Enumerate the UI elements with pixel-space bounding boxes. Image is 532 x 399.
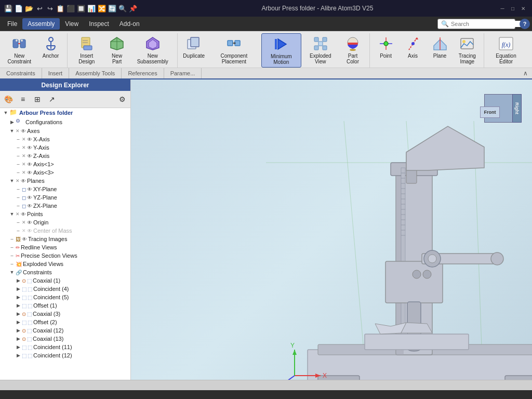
new-subassembly-button[interactable]: New Subassembly bbox=[131, 33, 174, 66]
part-color-button[interactable]: Part Color bbox=[339, 33, 366, 68]
minimum-motion-button[interactable]: Minimum Motion bbox=[261, 33, 302, 68]
tree-item-points[interactable]: ▼ ✕ 👁 Points bbox=[0, 210, 130, 218]
cube-right-face[interactable]: Right bbox=[512, 94, 522, 123]
tree-item-axes[interactable]: ▼ ✕ 👁 Axes bbox=[0, 127, 130, 135]
tree-container[interactable]: ▼ 📁 Arbour Press folder ▶ ⚙ Configuratio… bbox=[0, 108, 130, 380]
win-close-btn[interactable]: ✕ bbox=[518, 4, 528, 13]
sidebar-list-btn[interactable]: ≡ bbox=[16, 92, 30, 106]
qa-icon7[interactable]: 🔲 bbox=[77, 4, 85, 12]
tree-toggle-root[interactable]: ▼ bbox=[2, 109, 9, 116]
duplicate-button[interactable]: Duplicate bbox=[181, 33, 207, 68]
new-part-button[interactable]: New Part bbox=[104, 33, 130, 66]
tree-item-xyplane[interactable]: – ◻ 👁 XY-Plane bbox=[0, 185, 130, 193]
menu-assembly[interactable]: Assembly bbox=[22, 18, 60, 30]
tree-item-planes[interactable]: ▼ ✕ 👁 Planes bbox=[0, 177, 130, 185]
point-button[interactable]: Point bbox=[373, 33, 399, 66]
qa-icon5[interactable]: 📋 bbox=[56, 4, 64, 12]
tree-toggle-coincident5[interactable]: ▶ bbox=[15, 294, 22, 301]
tree-item-coincident4[interactable]: ▶ ⬚ ⬚ Coincident (4) bbox=[0, 285, 130, 293]
tree-item-center-of-mass[interactable]: – ✕ 👁 Center of Mass bbox=[0, 227, 130, 235]
tree-toggle-configurations[interactable]: ▶ bbox=[8, 118, 16, 126]
tree-item-tracing-images[interactable]: – 🖼 👁 Tracing Images bbox=[0, 235, 130, 243]
tree-item-configurations[interactable]: ▶ ⚙ Configurations bbox=[0, 117, 130, 127]
tree-toggle-points[interactable]: ▼ bbox=[8, 210, 16, 218]
insert-design-button[interactable]: Insert Design bbox=[71, 33, 103, 66]
tree-item-yaxis[interactable]: – ✕ 👁 Y-Axis bbox=[0, 143, 130, 152]
qa-new-icon[interactable]: 📄 bbox=[15, 4, 23, 12]
qa-undo-icon[interactable]: ↩ bbox=[35, 4, 44, 12]
tree-toggle-coaxial13[interactable]: ▶ bbox=[15, 335, 22, 342]
tree-item-axis1[interactable]: – ✕ 👁 Axis<1> bbox=[0, 160, 130, 168]
sidebar-grid-btn[interactable]: ⊞ bbox=[31, 92, 44, 106]
help-button[interactable]: ? bbox=[520, 19, 530, 29]
tree-toggle-coaxial12[interactable]: ▶ bbox=[15, 327, 22, 334]
tree-item-coincident12[interactable]: ▶ ⬚ ⬚ Coincident (12) bbox=[0, 351, 130, 360]
ribbon-collapse-button[interactable]: ∧ bbox=[519, 68, 532, 78]
tree-item-coaxial12[interactable]: ▶ ⊙ ⬚ Coaxial (12) bbox=[0, 326, 130, 335]
tree-toggle-coaxial3[interactable]: ▶ bbox=[15, 310, 22, 317]
tree-item-coaxial13[interactable]: ▶ ⊙ ⬚ Coaxial (13) bbox=[0, 335, 130, 343]
tree-item-yzplane[interactable]: – ◻ 👁 YZ-Plane bbox=[0, 193, 130, 202]
tree-item-coincident11[interactable]: ▶ ⬚ ⬚ Coincident (11) bbox=[0, 343, 130, 351]
tree-item-origin[interactable]: – ✕ 👁 Origin bbox=[0, 218, 130, 227]
component-placement-button[interactable]: Component Placement bbox=[208, 33, 260, 68]
tree-toggle-offset2[interactable]: ▶ bbox=[15, 318, 22, 326]
tree-item-xaxis[interactable]: – ✕ 👁 X-Axis bbox=[0, 135, 130, 143]
tree-item-axis3[interactable]: – ✕ 👁 Axis<3> bbox=[0, 168, 130, 177]
axis-button[interactable]: Axis bbox=[400, 33, 426, 66]
tree-toggle-constraints[interactable]: ▼ bbox=[8, 269, 16, 276]
tree-item-offset1[interactable]: ▶ ⬚ ⬚ Offset (1) bbox=[0, 301, 130, 310]
qa-icon11[interactable]: 🔍 bbox=[118, 4, 127, 12]
tree-toggle-coincident11[interactable]: ▶ bbox=[15, 343, 22, 351]
qa-icon12[interactable]: 📌 bbox=[129, 4, 137, 12]
tree-item-precise-section[interactable]: – ✂ Precise Section Views bbox=[0, 251, 130, 260]
orientation-cube[interactable]: Front Right bbox=[480, 90, 522, 131]
anchor-button[interactable]: Anchor bbox=[38, 33, 64, 66]
tree-label-yaxis: Y-Axis bbox=[33, 144, 49, 151]
equation-editor-button[interactable]: f(x) Equation Editor bbox=[487, 33, 525, 66]
win-minimize-btn[interactable]: ─ bbox=[498, 4, 507, 13]
search-box[interactable]: 🔍 bbox=[437, 19, 515, 29]
new-subassembly-icon bbox=[144, 35, 161, 52]
menu-inspect[interactable]: Inspect bbox=[84, 18, 114, 30]
svg-marker-83 bbox=[401, 323, 432, 333]
search-input[interactable] bbox=[451, 21, 523, 27]
qa-icon6[interactable]: ⬛ bbox=[66, 4, 75, 12]
tree-item-exploded-views[interactable]: – 💥 Exploded Views bbox=[0, 260, 130, 268]
viewport[interactable]: X Y Z Front Right bbox=[131, 79, 532, 380]
tree-toggle-offset1[interactable]: ▶ bbox=[15, 302, 22, 309]
tree-toggle-coincident12[interactable]: ▶ bbox=[15, 352, 22, 359]
tracing-image-button[interactable]: Tracing Image bbox=[454, 33, 481, 66]
sidebar-expand-btn[interactable]: ↗ bbox=[45, 92, 59, 106]
qa-save-icon[interactable]: 💾 bbox=[4, 4, 12, 12]
menu-addon[interactable]: Add-on bbox=[114, 18, 145, 30]
sidebar-settings-btn[interactable]: ⚙ bbox=[115, 92, 129, 106]
new-constraint-button[interactable]: New Constraint bbox=[2, 33, 37, 66]
tree-item-redline-views[interactable]: – ✏ Redline Views bbox=[0, 243, 130, 251]
window-controls[interactable]: ─ □ ✕ bbox=[498, 4, 528, 13]
win-maximize-btn[interactable]: □ bbox=[508, 4, 517, 13]
menu-view[interactable]: View bbox=[60, 18, 84, 30]
tree-item-constraints[interactable]: ▼ 🔗 Constraints bbox=[0, 268, 130, 276]
tree-toggle-axes[interactable]: ▼ bbox=[8, 127, 16, 135]
qa-icon9[interactable]: 🔀 bbox=[98, 4, 106, 12]
tree-item-coaxial1[interactable]: ▶ ⊙ ⬚ Coaxial (1) bbox=[0, 276, 130, 285]
tree-item-root[interactable]: ▼ 📁 Arbour Press folder bbox=[0, 108, 130, 117]
sidebar-color-btn[interactable]: 🎨 bbox=[2, 92, 15, 106]
exploded-view-button[interactable]: Exploded View bbox=[302, 33, 338, 68]
tree-item-offset2[interactable]: ▶ ⬚ ⬚ Offset (2) bbox=[0, 318, 130, 326]
qa-redo-icon[interactable]: ↪ bbox=[46, 4, 54, 12]
qa-open-icon[interactable]: 📂 bbox=[25, 4, 33, 12]
tree-toggle-coaxial1[interactable]: ▶ bbox=[15, 277, 22, 284]
menu-file[interactable]: File bbox=[2, 18, 22, 30]
tree-item-zaxis[interactable]: – ✕ 👁 Z-Axis bbox=[0, 152, 130, 160]
tree-item-zxplane[interactable]: – ◻ 👁 ZX-Plane bbox=[0, 202, 130, 210]
plane-button[interactable]: Plane bbox=[427, 33, 453, 66]
tree-item-coaxial3[interactable]: ▶ ⊙ ⬚ Coaxial (3) bbox=[0, 310, 130, 318]
tree-item-coincident5[interactable]: ▶ ⬚ ⬚ Coincident (5) bbox=[0, 293, 130, 301]
cube-front-face[interactable]: Front bbox=[480, 107, 500, 118]
qa-icon10[interactable]: 🔄 bbox=[108, 4, 116, 12]
tree-toggle-planes[interactable]: ▼ bbox=[8, 177, 16, 184]
qa-icon8[interactable]: 📊 bbox=[87, 4, 96, 12]
tree-toggle-coincident4[interactable]: ▶ bbox=[15, 285, 22, 292]
